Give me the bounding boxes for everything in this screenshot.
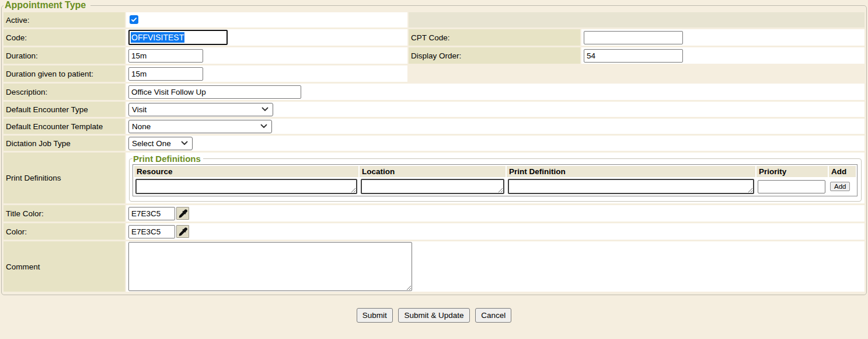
chevron-down-icon — [262, 107, 269, 112]
description-input[interactable] — [128, 85, 301, 99]
duration-given-to-patient-cell — [126, 65, 407, 82]
description-label: Description: — [4, 84, 125, 100]
location-input[interactable] — [361, 179, 504, 194]
row-color: Color: — [4, 223, 864, 240]
display-order-input[interactable] — [584, 49, 683, 63]
appointment-type-fieldset: Appointment Type Active: Code: OFFVISITE… — [1, 0, 867, 295]
comment-input[interactable] — [128, 242, 412, 291]
row-default-encounter-template: Default Encounter Template None — [4, 119, 864, 134]
dictation-job-type-label: Dictation Job Type — [4, 136, 125, 151]
row-dictation-job-type: Dictation Job Type Select One — [4, 136, 864, 151]
cpt-code-input[interactable] — [584, 31, 683, 44]
active-checkbox[interactable] — [130, 15, 138, 24]
default-encounter-template-cell: None — [126, 119, 864, 134]
code-cell: OFFVISITEST — [126, 29, 407, 46]
appointment-type-form: Active: Code: OFFVISITEST CPT Code: — [2, 11, 866, 293]
dictation-job-type-value: Select One — [132, 139, 171, 148]
title-color-picker-button[interactable] — [176, 207, 189, 220]
priority-cell — [757, 178, 828, 195]
default-encounter-template-select[interactable]: None — [128, 120, 272, 133]
code-input[interactable]: OFFVISITEST — [128, 30, 228, 45]
code-input-selected-text: OFFVISITEST — [131, 32, 184, 43]
default-encounter-type-select[interactable]: Visit — [128, 103, 273, 116]
print-definitions-fieldset: Print Definitions Resource Location Prin… — [129, 154, 862, 202]
description-cell — [126, 84, 864, 100]
comment-cell — [126, 241, 864, 292]
title-color-label: Title Color: — [4, 205, 125, 222]
print-definitions-label: Print Definitions — [4, 153, 125, 203]
print-definitions-table: Resource Location Print Definition Prior… — [133, 164, 857, 196]
color-label: Color: — [4, 223, 125, 240]
row-code: Code: OFFVISITEST CPT Code: — [4, 29, 864, 46]
resource-input[interactable] — [135, 179, 357, 194]
cancel-button[interactable]: Cancel — [475, 308, 511, 323]
eyedropper-icon — [179, 227, 187, 236]
resource-column-header: Resource — [134, 166, 358, 177]
location-column-header: Location — [360, 166, 506, 177]
eyedropper-icon — [179, 209, 187, 218]
print-definition-column-header: Print Definition — [507, 166, 755, 177]
default-encounter-type-label: Default Encounter Type — [4, 102, 125, 117]
active-cell — [126, 12, 407, 27]
empty-cell — [409, 12, 864, 27]
appointment-type-page: Appointment Type Active: Code: OFFVISITE… — [0, 0, 868, 323]
default-encounter-template-value: None — [132, 122, 151, 131]
row-duration-given-to-patient: Duration given to patient: — [4, 65, 864, 82]
checkmark-icon — [131, 16, 137, 23]
submit-and-update-button[interactable]: Submit & Update — [398, 308, 469, 323]
row-default-encounter-type: Default Encounter Type Visit — [4, 102, 864, 117]
print-definitions-cell: Print Definitions Resource Location Prin… — [126, 153, 864, 203]
location-cell — [360, 178, 506, 195]
row-active: Active: — [4, 12, 864, 27]
display-order-cell — [581, 47, 864, 64]
chevron-down-icon — [181, 141, 188, 146]
default-encounter-template-label: Default Encounter Template — [4, 119, 125, 134]
print-definition-cell — [507, 178, 755, 195]
active-label: Active: — [4, 12, 125, 27]
page-title: Appointment Type — [4, 0, 90, 11]
submit-button[interactable]: Submit — [357, 308, 393, 323]
title-color-cell — [126, 205, 864, 222]
row-duration: Duration: Display Order: — [4, 47, 864, 64]
row-print-definitions: Print Definitions Print Definitions Reso… — [4, 153, 864, 203]
priority-column-header: Priority — [757, 166, 828, 177]
comment-label: Comment — [4, 241, 125, 292]
print-definition-input[interactable] — [508, 179, 754, 194]
row-description: Description: — [4, 84, 864, 100]
display-order-label: Display Order: — [409, 47, 580, 64]
color-input[interactable] — [128, 225, 175, 238]
cpt-code-cell — [581, 29, 864, 46]
duration-cell — [126, 47, 407, 64]
chevron-down-icon — [260, 124, 267, 129]
row-title-color: Title Color: — [4, 205, 864, 222]
duration-given-to-patient-input[interactable] — [128, 67, 203, 81]
add-cell: Add — [829, 178, 856, 195]
duration-input[interactable] — [128, 49, 203, 63]
print-definitions-title: Print Definitions — [133, 154, 203, 164]
add-button[interactable]: Add — [830, 182, 850, 191]
priority-input[interactable] — [758, 180, 825, 193]
dictation-job-type-select[interactable]: Select One — [128, 137, 193, 150]
print-definitions-header-row: Resource Location Print Definition Prior… — [134, 166, 856, 177]
resource-cell — [134, 178, 358, 195]
add-column-header: Add — [829, 166, 856, 177]
color-cell — [126, 223, 864, 240]
color-picker-button[interactable] — [176, 225, 189, 238]
duration-given-to-patient-label: Duration given to patient: — [4, 65, 125, 82]
default-encounter-type-value: Visit — [132, 105, 147, 114]
code-label: Code: — [4, 29, 125, 46]
empty-cell — [409, 65, 864, 82]
form-action-buttons: Submit Submit & Update Cancel — [0, 308, 868, 323]
print-definitions-input-row: Add — [134, 178, 856, 195]
title-color-input[interactable] — [128, 207, 175, 220]
default-encounter-type-cell: Visit — [126, 102, 864, 117]
row-comment: Comment — [4, 241, 864, 292]
duration-label: Duration: — [4, 47, 125, 64]
dictation-job-type-cell: Select One — [126, 136, 864, 151]
cpt-code-label: CPT Code: — [409, 29, 580, 46]
